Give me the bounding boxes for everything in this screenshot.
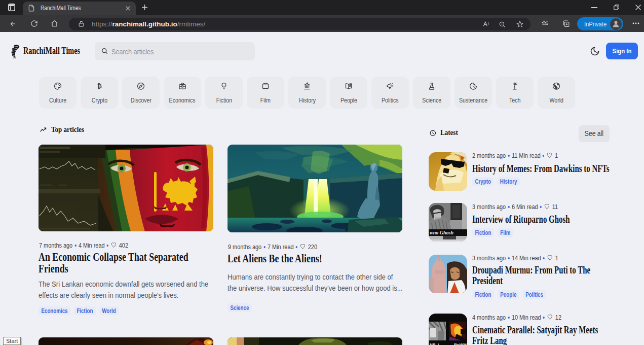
svg-text:NR..i: NR..i bbox=[430, 342, 439, 345]
svg-text:RoWM: RoWM bbox=[454, 342, 467, 345]
svg-text:wno Ghosh: wno Ghosh bbox=[430, 230, 453, 235]
